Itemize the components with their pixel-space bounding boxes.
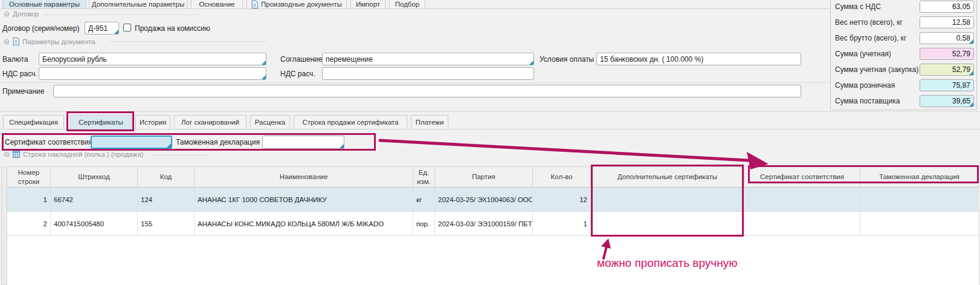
cell-name[interactable]: АНАНАСЫ КОНС.МИКАДО КОЛЬЦА 580МЛ Ж/Б MIK…	[195, 212, 413, 236]
value: 75,87	[952, 81, 970, 90]
cell-name[interactable]: АНАНАС 1КГ 1000 СОВЕТОВ ДАЧНИКУ	[195, 188, 413, 212]
tab-history[interactable]: История	[135, 115, 170, 129]
pane-divider	[0, 111, 980, 112]
column-header-batch[interactable]: Партия	[435, 166, 533, 188]
cell-quantity[interactable]: 1	[533, 212, 591, 236]
document-icon	[251, 1, 258, 8]
net-weight-label: Вес нетто (всего), кг	[835, 18, 903, 27]
cell-unit[interactable]: кг	[413, 188, 435, 212]
tab-label: Производные документы	[261, 1, 342, 8]
collapse-icon[interactable]: ⊖	[4, 38, 10, 45]
table-empty-area[interactable]	[7, 236, 979, 285]
currency-label: Валюта	[2, 55, 28, 64]
cell-quantity[interactable]: 12	[533, 188, 591, 212]
tab-main-params[interactable]: Основные параметры	[2, 0, 86, 8]
cell-unit[interactable]: пор.	[413, 212, 435, 236]
column-header-barcode[interactable]: Штрихкод	[51, 166, 138, 188]
gross-weight-value[interactable]: 0,58	[920, 32, 974, 44]
tab-basis[interactable]: Основание	[191, 0, 243, 8]
cell-additional-certificates[interactable]	[591, 212, 744, 236]
vat-left-label: НДС расч.	[2, 70, 37, 78]
tab-label: Спецификация	[9, 119, 58, 126]
column-header-quantity[interactable]: Кол-во	[533, 166, 591, 188]
tab-pricing[interactable]: Расценка	[250, 115, 290, 129]
commission-checkbox[interactable]	[123, 24, 131, 31]
sum-accounting-value[interactable]: 52,79	[920, 48, 974, 60]
net-weight-value[interactable]: 12,58	[920, 16, 974, 28]
value: 0,58	[956, 34, 970, 42]
vat-right-input[interactable]	[323, 68, 534, 79]
tab-specification[interactable]: Спецификация	[3, 115, 64, 129]
certificate-field[interactable]	[91, 136, 172, 149]
column-header-certificate[interactable]: Сертификат соответствия	[744, 166, 860, 188]
sum-purchase-value[interactable]: 52,79	[920, 64, 974, 76]
contract-number-input[interactable]	[85, 22, 118, 34]
table-header-row: Номер строки Штрихкод Код Наименование Е…	[7, 166, 979, 188]
collapse-icon[interactable]: ⊖	[4, 10, 10, 18]
note-field[interactable]	[53, 85, 801, 97]
column-header-additional-certificates[interactable]: Дополнительные сертификаты	[591, 166, 744, 188]
tab-certificate-sale-line[interactable]: Строка продажи сертификата	[294, 115, 407, 129]
dropdown-corner-icon	[969, 71, 973, 75]
contract-group-header: ⊖ Договор	[4, 10, 39, 18]
table-row[interactable]: 2 4007415005480 155 АНАНАСЫ КОНС.МИКАДО …	[7, 212, 979, 236]
cell-line-number[interactable]: 2	[7, 212, 51, 236]
customs-declaration-input[interactable]	[263, 136, 344, 148]
cell-barcode[interactable]: 66742	[51, 188, 138, 212]
column-header-code[interactable]: Код	[138, 166, 195, 188]
payment-terms-label: Условия оплаты	[540, 55, 594, 64]
vat-left-field[interactable]	[39, 67, 266, 80]
cell-batch[interactable]: 2024-03-03/ ЭЭ1000159/ ПЕТРОК	[435, 212, 533, 236]
table-row[interactable]: 1 66742 124 АНАНАС 1КГ 1000 СОВЕТОВ ДАЧН…	[7, 188, 979, 212]
vat-left-input[interactable]	[39, 68, 266, 79]
cell-certificate[interactable]	[744, 188, 860, 212]
agreement-input[interactable]	[323, 53, 534, 65]
gross-weight-label: Вес брутто (всего), кг	[835, 34, 906, 42]
tab-payments[interactable]: Платежи	[411, 115, 448, 129]
group-title: Строка накладной (польз.) (продажа)	[23, 151, 143, 158]
note-input[interactable]	[54, 85, 801, 97]
cell-certificate[interactable]	[744, 212, 860, 236]
invoice-line-group-header: ⊖ Строка накладной (польз.) (продажа)	[4, 151, 143, 158]
collapse-icon[interactable]: ⊖	[4, 151, 10, 158]
tab-label: Подбор	[395, 1, 420, 8]
column-header-name[interactable]: Наименование	[195, 166, 413, 188]
currency-input[interactable]	[39, 53, 266, 65]
currency-field[interactable]	[39, 53, 266, 65]
cell-customs-declaration[interactable]	[860, 212, 979, 236]
sum-retail-value[interactable]: 75,87	[920, 79, 974, 91]
cell-customs-declaration[interactable]	[860, 188, 979, 212]
column-header-customs-declaration[interactable]: Таможенная декларация	[860, 166, 979, 188]
tab-scan-log[interactable]: Лог сканирований	[174, 115, 247, 129]
sum-retail-label: Сумма розничная	[835, 81, 895, 90]
doc-params-group-header: ⊖ Параметры документа	[4, 38, 95, 45]
payment-terms-field[interactable]	[596, 53, 801, 65]
tab-derived-documents[interactable]: Производные документы	[247, 0, 347, 8]
cell-code[interactable]: 124	[138, 188, 195, 212]
cell-line-number[interactable]: 1	[7, 188, 51, 212]
tab-selection[interactable]: Подбор	[389, 0, 425, 8]
vat-right-label: НДС расч.	[280, 70, 315, 78]
tab-additional-params[interactable]: Дополнительные параметры	[89, 0, 187, 8]
cell-additional-certificates[interactable]	[591, 188, 744, 212]
customs-declaration-field[interactable]	[262, 136, 344, 149]
dropdown-corner-icon	[969, 39, 973, 44]
section-divider	[0, 82, 830, 83]
column-header-unit[interactable]: Ед. изм.	[413, 166, 435, 188]
contract-number-field[interactable]	[85, 22, 119, 34]
tabbar-divider	[0, 8, 830, 9]
dropdown-corner-icon	[262, 75, 266, 79]
agreement-field[interactable]	[322, 53, 534, 65]
certificate-input[interactable]	[92, 137, 171, 148]
payment-terms-input[interactable]	[597, 53, 801, 65]
tab-certificates[interactable]: Сертификаты	[70, 115, 132, 129]
tab-import[interactable]: Импорт	[350, 0, 385, 8]
sum-supplier-value[interactable]: 39,65	[920, 95, 974, 107]
dropdown-corner-icon	[262, 61, 266, 65]
cell-code[interactable]: 155	[138, 212, 195, 236]
column-header-line-number[interactable]: Номер строки	[7, 166, 51, 188]
vat-right-field[interactable]	[322, 67, 534, 80]
cell-batch[interactable]: 2024-03-25/ ЭХ1004063/ ООО ПЕ	[435, 188, 533, 212]
sum-with-vat-value[interactable]: 63,05	[920, 1, 974, 13]
cell-barcode[interactable]: 4007415005480	[51, 212, 138, 236]
